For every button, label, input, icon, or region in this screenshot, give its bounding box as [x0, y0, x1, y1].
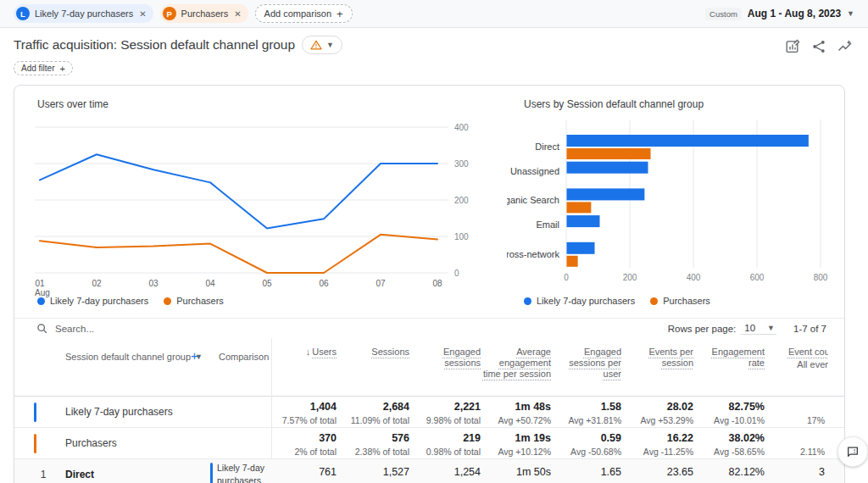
legend-item[interactable]: Purchasers: [650, 296, 710, 306]
svg-text:03: 03: [148, 279, 159, 288]
metric-cell: 1,4047.57% of total: [271, 397, 337, 427]
column-header-engaged-sessions-per-user[interactable]: Engaged sessions per user: [551, 338, 621, 396]
feedback-icon: [846, 445, 860, 458]
users-over-time-chart: 400300200100001Aug02030405060708: [26, 118, 488, 306]
legend-item[interactable]: Likely 7-day purchasers: [37, 296, 148, 306]
svg-text:Unassigned: Unassigned: [510, 166, 559, 176]
metric-subvalue: Avg -11.25%: [621, 447, 693, 457]
metric-cell: 1,254: [409, 459, 481, 483]
column-header-engagement-rate[interactable]: Engagement rate: [693, 338, 765, 396]
summary-row-label: Likely 7-day purchasers: [65, 406, 173, 418]
column-header-engaged-sessions[interactable]: Engaged sessions: [409, 338, 481, 396]
bar-chart-title: Users by Session default channel group: [524, 98, 704, 110]
plus-icon: +: [337, 8, 343, 20]
svg-text:300: 300: [454, 159, 469, 169]
sort-descending-icon: ↓: [306, 347, 311, 358]
metric-cell: 2,68411.09% of total: [337, 397, 409, 427]
line-chart-legend: Likely 7-day purchasersPurchasers: [37, 296, 224, 306]
metric-value: 16.22: [621, 432, 693, 446]
comparison-chip-purchasers[interactable]: P Purchasers ✕: [160, 4, 248, 23]
date-range-label: Aug 1 - Aug 8, 2023: [748, 8, 841, 19]
svg-text:200: 200: [623, 273, 637, 282]
column-header-events-per-session[interactable]: Events per session: [621, 338, 693, 396]
column-header-label: Engaged sessions: [443, 347, 481, 368]
data-quality-button[interactable]: ▼: [302, 36, 342, 54]
metric-subvalue: 2.11%: [765, 447, 825, 457]
metric-cell: 0.59Avg -50.68%: [551, 428, 621, 458]
comparison-chip-label: Likely 7-day purchasers: [35, 8, 133, 19]
comparison-accent-bar: [210, 463, 213, 483]
column-header-label: Event count: [788, 347, 828, 357]
share-icon[interactable]: [811, 39, 826, 54]
metric-cell: 3: [765, 459, 828, 483]
metric-value: 1,254: [409, 466, 481, 480]
svg-text:01: 01: [35, 279, 45, 288]
svg-text:600: 600: [750, 273, 765, 282]
metric-subvalue: Avg +53.29%: [621, 415, 693, 425]
legend-dot: [524, 297, 531, 305]
insights-icon[interactable]: [837, 39, 853, 54]
metric-subvalue: Avg -10.01%: [693, 415, 765, 425]
customize-report-icon[interactable]: [785, 39, 800, 54]
legend-item[interactable]: Likely 7-day purchasers: [524, 296, 635, 306]
add-filter-button[interactable]: Add filter +: [14, 61, 73, 75]
svg-text:800: 800: [814, 273, 828, 282]
feedback-button[interactable]: [837, 436, 868, 467]
legend-label: Likely 7-day purchasers: [537, 296, 635, 306]
add-dimension-button[interactable]: +: [191, 348, 198, 363]
metric-value: 1m 19s: [481, 432, 551, 446]
dimension-header-dropdown[interactable]: Session default channel group ▼: [65, 352, 203, 362]
metric-subvalue: 0.98% of total: [409, 447, 481, 457]
close-icon[interactable]: ✕: [139, 9, 146, 19]
page-title: Traffic acquisition: Session default cha…: [14, 37, 295, 53]
metric-cell: 16.22Avg -11.25%: [621, 428, 693, 458]
legend-label: Likely 7-day purchasers: [50, 296, 148, 306]
metric-subvalue: Avg -58.65%: [693, 447, 765, 457]
add-comparison-button[interactable]: Add comparison +: [255, 4, 353, 23]
metric-value: [765, 432, 825, 446]
svg-text:06: 06: [319, 279, 329, 288]
column-header-event-count[interactable]: Event countAll events: [765, 338, 828, 396]
svg-text:400: 400: [687, 273, 701, 282]
metric-subvalue: 11.09% of total: [337, 415, 409, 425]
metric-value: 1,404: [271, 401, 337, 414]
date-range-picker[interactable]: Custom Aug 1 - Aug 8, 2023 ▼: [705, 8, 854, 20]
svg-text:08: 08: [432, 279, 442, 288]
metric-subvalue: Avg -50.68%: [551, 447, 621, 457]
comparison-column-header: Comparison: [219, 352, 269, 362]
metric-subvalue: 2.38% of total: [337, 447, 409, 457]
metric-value: [765, 401, 825, 414]
metric-cell: 23.65: [621, 459, 693, 483]
column-header-average-engagement-time-per-session[interactable]: Average engagement time per session: [481, 338, 551, 396]
close-icon[interactable]: ✕: [234, 9, 241, 19]
column-header-label: Events per session: [648, 347, 693, 368]
metric-value: 1.58: [551, 401, 621, 414]
metric-cell: 1.58Avg +31.81%: [551, 397, 621, 427]
users-by-channel-chart: 0200400600800DirectUnassignedOrganic Sea…: [507, 118, 845, 306]
column-header-sessions[interactable]: Sessions: [337, 338, 409, 396]
comparison-chip-likely-7-day-purchasers[interactable]: L Likely 7-day purchasers ✕: [14, 4, 153, 23]
legend-item[interactable]: Purchasers: [164, 296, 224, 306]
metric-cell: 2,2219.98% of total: [409, 397, 481, 427]
column-header-users[interactable]: ↓Users: [271, 338, 337, 396]
column-header-label: Users: [312, 347, 337, 357]
metric-value: 2,684: [337, 401, 409, 414]
metric-cell: 1.65: [551, 459, 621, 483]
svg-text:02: 02: [92, 279, 102, 288]
search-input[interactable]: Search...: [36, 323, 668, 334]
metric-value: 2,221: [409, 401, 481, 414]
metric-cell: 17%: [765, 397, 828, 427]
rows-per-page-select[interactable]: 10 ▼: [741, 323, 776, 335]
metric-value: 28.02: [621, 401, 693, 414]
search-placeholder: Search...: [55, 324, 94, 334]
svg-text:Email: Email: [536, 219, 559, 230]
svg-text:04: 04: [205, 279, 215, 288]
rows-per-page-label: Rows per page:: [668, 324, 737, 334]
svg-text:200: 200: [454, 196, 469, 205]
metric-cell: 2190.98% of total: [409, 428, 481, 458]
bar-chart-legend: Likely 7-day purchasersPurchasers: [524, 296, 710, 306]
metric-cell: 761: [271, 459, 337, 483]
comparison-accent-bar: [34, 402, 36, 422]
table-row-direct[interactable]: 1DirectLikely 7-day purchasers7611,5271,…: [14, 459, 844, 483]
metric-cell: 1m 19sAvg +10.12%: [481, 428, 551, 458]
